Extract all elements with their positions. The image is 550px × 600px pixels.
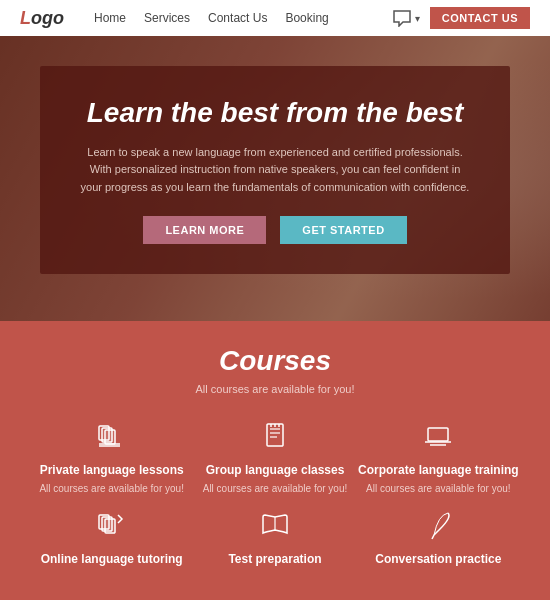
course-desc-corporate-training: All courses are available for you!: [366, 483, 511, 494]
svg-rect-12: [428, 428, 448, 441]
book-open-icon: [257, 504, 293, 546]
nav-services[interactable]: Services: [144, 11, 190, 25]
nav-contact-us[interactable]: Contact Us: [208, 11, 267, 25]
logo: Logo: [20, 8, 64, 29]
nav-right: ▾ CONTACT US: [392, 7, 530, 29]
chevron-down-icon: ▾: [415, 13, 420, 24]
svg-rect-5: [267, 424, 283, 446]
courses-subtitle: All courses are available for you!: [20, 383, 530, 395]
get-started-button[interactable]: GET STARTED: [280, 216, 406, 244]
course-name-online-tutoring: Online language tutoring: [41, 552, 183, 566]
course-desc-private-lessons: All courses are available for you!: [39, 483, 184, 494]
contact-us-button[interactable]: CONTACT US: [430, 7, 530, 29]
course-name-private-lessons: Private language lessons: [40, 463, 184, 477]
svg-rect-2: [105, 430, 115, 444]
courses-section: Courses All courses are available for yo…: [0, 321, 550, 576]
feather-icon: [420, 504, 456, 546]
course-item-corporate-training: Corporate language training All courses …: [357, 415, 520, 494]
course-name-group-classes: Group language classes: [206, 463, 345, 477]
course-name-corporate-training: Corporate language training: [358, 463, 519, 477]
svg-line-18: [432, 535, 434, 539]
course-item-test-prep: Test preparation: [193, 504, 356, 566]
courses-grid: Private language lessons All courses are…: [20, 415, 530, 566]
nav-links: Home Services Contact Us Booking: [94, 11, 392, 25]
online-icon: [94, 504, 130, 546]
nav-booking[interactable]: Booking: [285, 11, 328, 25]
navbar: Logo Home Services Contact Us Booking ▾ …: [0, 0, 550, 36]
course-desc-group-classes: All courses are available for you!: [203, 483, 348, 494]
learn-more-button[interactable]: LEARN MORE: [143, 216, 266, 244]
hero-title: Learn the best from the best: [80, 96, 470, 130]
courses-title: Courses: [20, 345, 530, 377]
course-item-conversation: Conversation practice: [357, 504, 520, 566]
course-item-online-tutoring: Online language tutoring: [30, 504, 193, 566]
hero-section: Learn the best from the best Learn to sp…: [0, 36, 550, 321]
hero-buttons: LEARN MORE GET STARTED: [80, 216, 470, 244]
svg-rect-16: [105, 519, 115, 533]
course-name-test-prep: Test preparation: [228, 552, 321, 566]
course-name-conversation: Conversation practice: [375, 552, 501, 566]
notepad-icon: [257, 415, 293, 457]
hero-content-box: Learn the best from the best Learn to sp…: [40, 66, 510, 274]
course-item-group-classes: Group language classes All courses are a…: [193, 415, 356, 494]
nav-home[interactable]: Home: [94, 11, 126, 25]
speech-bubble-icon[interactable]: ▾: [392, 9, 420, 27]
laptop-icon: [420, 415, 456, 457]
hero-description: Learn to speak a new language from exper…: [80, 144, 470, 197]
books-icon: [94, 415, 130, 457]
course-item-private-lessons: Private language lessons All courses are…: [30, 415, 193, 494]
